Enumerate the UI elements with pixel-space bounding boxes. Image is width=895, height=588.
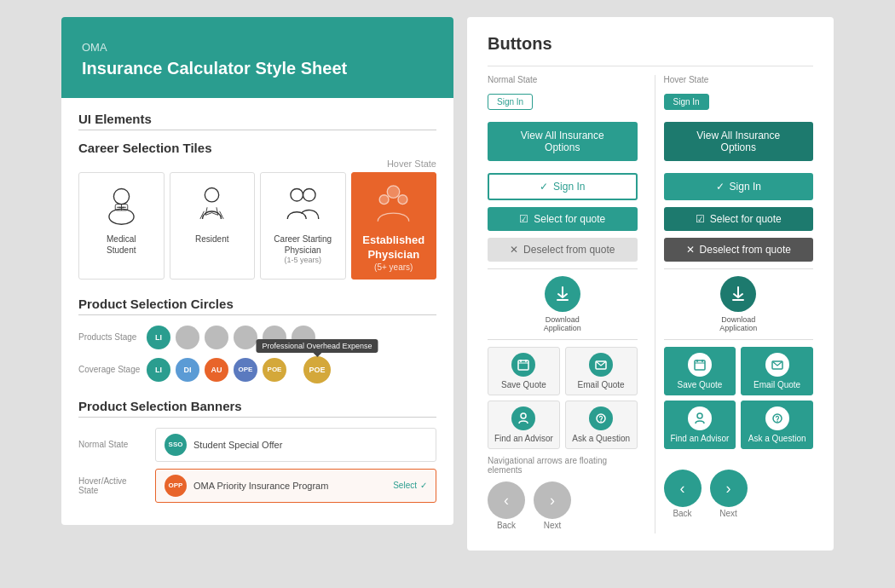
- deselect-from-quote-hover-btn[interactable]: ✕ Deselect from quote: [664, 238, 814, 262]
- save-quote-btn[interactable]: Save Quote: [488, 347, 560, 395]
- hover-col-header: Hover State: [664, 75, 814, 84]
- select-for-quote-btn[interactable]: ☑ Select for quote: [488, 207, 638, 231]
- ask-question-btn[interactable]: Ask a Question: [565, 401, 638, 449]
- check-sign-in-icon: ✓: [540, 181, 548, 193]
- select-quote-group: ☑ Select for quote: [488, 207, 638, 231]
- sign-in-small-group: Sign In: [488, 93, 638, 115]
- advisor-icon-circle-hover: [688, 406, 712, 430]
- circle-poe[interactable]: POE: [263, 358, 286, 382]
- sign-in-outline-hover-btn[interactable]: ✓ Sign In: [664, 173, 814, 200]
- email-quote-btn[interactable]: Email Quote: [565, 347, 638, 395]
- view-all-hover-group: View All Insurance Options: [664, 122, 814, 166]
- circle-ope[interactable]: OPE: [234, 358, 257, 382]
- advisor-icon-circle: [511, 406, 535, 430]
- coverage-circles: LI DI AU OPE POE: [147, 358, 286, 382]
- ask-question-label: Ask a Question: [572, 434, 630, 443]
- save-quote-label: Save Quote: [501, 380, 546, 389]
- circle-di[interactable]: DI: [176, 358, 199, 382]
- back-arrow-hover-btn[interactable]: ‹: [664, 470, 702, 507]
- person-icon: [517, 412, 529, 424]
- normal-banner[interactable]: SSO Student Special Offer: [155, 428, 436, 462]
- products-stage-label: Products Stage: [78, 332, 147, 342]
- view-all-btn[interactable]: View All Insurance Options: [488, 122, 638, 161]
- tile-resident-label: Resident: [195, 233, 228, 245]
- svg-point-11: [387, 185, 400, 198]
- checkmark-select-icon: ☑: [519, 213, 528, 225]
- download-app-normal[interactable]: DownloadApplication: [488, 276, 638, 332]
- x-deselect-hover-icon: ✕: [686, 244, 695, 256]
- select-for-quote-hover-btn[interactable]: ☑ Select for quote: [664, 207, 814, 231]
- svg-point-10: [303, 188, 315, 201]
- next-arrow-btn[interactable]: ›: [534, 481, 571, 519]
- download-divider2: [488, 339, 638, 340]
- right-panel: Buttons Normal State Sign In View All In…: [467, 17, 834, 551]
- ask-question-hover-btn[interactable]: Ask a Question: [741, 401, 813, 449]
- coverage-stage-label: Coverage Stage: [78, 365, 147, 374]
- svg-point-22: [600, 421, 601, 422]
- tile-established-label: EstablishedPhysician: [362, 233, 424, 262]
- circle-p3[interactable]: [205, 326, 228, 349]
- sign-in-outline-btn[interactable]: ✓ Sign In: [488, 173, 638, 200]
- deselect-quote-group: ✕ Deselect from quote: [488, 238, 638, 262]
- find-advisor-hover-label: Find an Advisor: [670, 434, 729, 443]
- tile-resident[interactable]: Resident: [170, 172, 256, 280]
- normal-banner-text: Student Special Offer: [193, 440, 427, 450]
- advisor-question-pair: Find an Advisor Ask a Question: [488, 401, 638, 449]
- find-advisor-hover-btn[interactable]: Find an Advisor: [664, 401, 736, 449]
- circle-p2[interactable]: [176, 326, 199, 349]
- svg-point-31: [777, 421, 777, 422]
- email-icon-circle-hover: [765, 353, 789, 377]
- advisor-question-hover-pair: Find an Advisor Ask a Question: [664, 401, 814, 449]
- nav-label: Navigational arrows are floating element…: [488, 456, 638, 475]
- buttons-columns: Normal State Sign In View All Insurance …: [488, 75, 813, 533]
- circle-li-cov[interactable]: LI: [147, 358, 170, 382]
- back-arrow-btn[interactable]: ‹: [488, 481, 525, 519]
- tile-established-physician[interactable]: EstablishedPhysician (5+ years): [351, 172, 437, 280]
- tile-medical-student[interactable]: MedicalStudent: [78, 172, 165, 280]
- sign-in-small-hover-btn[interactable]: Sign In: [664, 94, 709, 110]
- circle-li[interactable]: LI: [147, 326, 170, 349]
- tile-career-starting-sublabel: (1-5 years): [284, 256, 321, 264]
- view-all-group: View All Insurance Options: [488, 122, 638, 166]
- download-divider2-hover: [664, 339, 814, 340]
- established-physician-icon: [368, 182, 419, 228]
- career-starting-icon: [277, 182, 328, 228]
- normal-banner-row: Normal State SSO Student Special Offer: [78, 428, 436, 462]
- circle-p4[interactable]: [234, 326, 257, 349]
- tile-career-starting[interactable]: Career StartingPhysician (1-5 years): [260, 172, 346, 280]
- email-quote-hover-btn[interactable]: Email Quote: [741, 347, 813, 395]
- next-nav-hover-item: › Next: [710, 470, 748, 518]
- download-app-hover[interactable]: DownloadApplication: [664, 276, 814, 332]
- svg-rect-24: [695, 360, 705, 370]
- download-app-hover-label: DownloadApplication: [719, 315, 757, 332]
- banners-title: Product Selection Banners: [78, 399, 436, 413]
- svg-point-6: [205, 187, 219, 201]
- tiles-row: MedicalStudent Resident: [78, 172, 436, 280]
- check-sign-in-hover-icon: ✓: [716, 181, 725, 193]
- resident-icon: [187, 182, 238, 228]
- next-hover-label: Next: [719, 509, 737, 518]
- back-nav-item: ‹ Back: [488, 481, 525, 530]
- view-all-hover-btn[interactable]: View All Insurance Options: [664, 122, 814, 161]
- sign-in-outline-group: ✓ Sign In: [488, 173, 638, 200]
- email-quote-hover-label: Email Quote: [754, 380, 800, 389]
- normal-state-label: Normal State: [78, 440, 147, 449]
- question-icon-circle: [589, 406, 613, 430]
- deselect-quote-hover-group: ✕ Deselect from quote: [664, 238, 814, 262]
- select-button[interactable]: Select ✓: [393, 481, 427, 490]
- sign-in-small-btn[interactable]: Sign In: [488, 94, 533, 110]
- save-quote-hover-btn[interactable]: Save Quote: [664, 347, 736, 395]
- deselect-from-quote-btn[interactable]: ✕ Deselect from quote: [488, 238, 638, 262]
- ask-question-hover-label: Ask a Question: [748, 434, 806, 443]
- active-banner[interactable]: OPP OMA Priority Insurance Program Selec…: [155, 469, 436, 503]
- question-mark-icon: [595, 412, 607, 424]
- find-advisor-btn[interactable]: Find an Advisor: [488, 401, 560, 449]
- next-arrow-hover-btn[interactable]: ›: [710, 470, 748, 507]
- download-divider: [488, 268, 638, 269]
- normal-state-column: Normal State Sign In View All Insurance …: [488, 75, 646, 533]
- select-quote-hover-group: ☑ Select for quote: [664, 207, 814, 231]
- check-icon: ✓: [420, 481, 427, 490]
- circle-au[interactable]: AU: [205, 358, 228, 382]
- normal-col-header: Normal State: [488, 75, 638, 84]
- calendar-hover-icon: [694, 359, 706, 371]
